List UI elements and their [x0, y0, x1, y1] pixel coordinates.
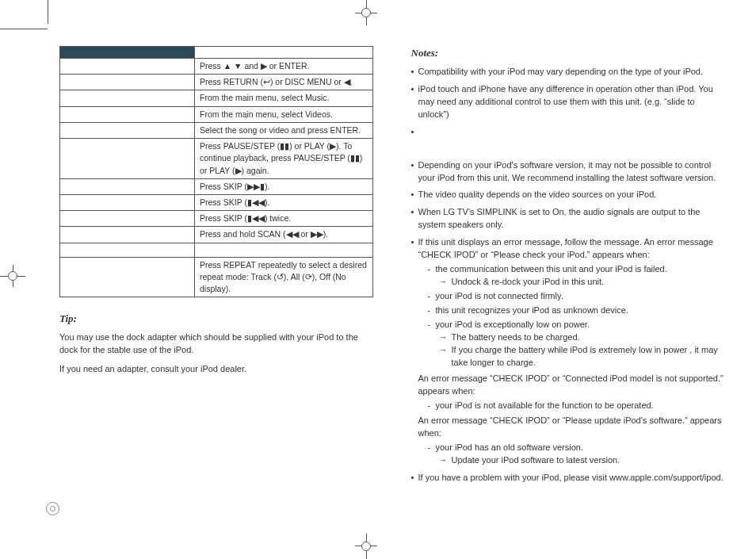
- table-row: Press and hold SCAN (◀◀ or ▶▶).: [60, 227, 373, 243]
- table-cell: Press SKIP (▮◀◀).: [195, 194, 373, 210]
- table-row: [60, 243, 373, 257]
- note-item: [411, 126, 725, 155]
- table-cell: Press PAUSE/STEP (▮▮) or PLAY (▶). To co…: [195, 139, 373, 179]
- table-row: Press SKIP (▮◀◀) twice.: [60, 211, 373, 227]
- note-item: The video quality depends on the video s…: [411, 189, 725, 201]
- table-row: Press SKIP (▮◀◀).: [60, 194, 373, 210]
- left-column: Press ▲ ▼ and ▶ or ENTER. Press RETURN (…: [59, 46, 373, 489]
- note-action: The battery needs to be charged.: [436, 331, 725, 344]
- operations-table: Press ▲ ▼ and ▶ or ENTER. Press RETURN (…: [59, 46, 373, 297]
- table-cell: Press SKIP (▶▶▮).: [195, 178, 373, 194]
- tip-paragraph: You may use the dock adapter which shoul…: [59, 331, 373, 357]
- table-row: Press PAUSE/STEP (▮▮) or PLAY (▶). To co…: [60, 139, 373, 179]
- note-text: An error message “CHECK IPOD” or “Please…: [418, 415, 725, 440]
- note-subitem: your iPod has an old software version. U…: [428, 442, 725, 467]
- table-cell: From the main menu, select Music.: [195, 90, 373, 106]
- notes-heading: Notes:: [411, 46, 725, 61]
- table-cell: Press ▲ ▼ and ▶ or ENTER.: [195, 59, 373, 75]
- table-cell: Press RETURN (↩) or DISC MENU or ◀.: [195, 75, 373, 90]
- table-cell: Press and hold SCAN (◀◀ or ▶▶).: [195, 227, 373, 243]
- note-item: Compatibility with your iPod may vary de…: [411, 66, 725, 78]
- table-row: Press SKIP (▶▶▮).: [60, 178, 373, 194]
- table-cell: Select the song or video and press ENTER…: [195, 122, 373, 138]
- table-cell: Press REPEAT repeatedly to select a desi…: [195, 257, 373, 297]
- tip-heading: Tip:: [59, 312, 373, 327]
- note-item: If this unit displays an error message, …: [411, 236, 725, 467]
- table-cell: From the main menu, select Videos.: [195, 106, 373, 122]
- note-item: If you have a problem with your iPod, pl…: [411, 472, 725, 484]
- note-action: Undock & re-dock your iPod in this unit.: [436, 276, 725, 289]
- table-row: Select the song or video and press ENTER…: [60, 122, 373, 138]
- note-subitem: this unit recognizes your iPod as unknow…: [428, 304, 725, 317]
- table-row: From the main menu, select Music.: [60, 90, 373, 106]
- table-row: Press ▲ ▼ and ▶ or ENTER.: [60, 59, 373, 75]
- tip-paragraph: If you need an adapter, consult your iPo…: [59, 363, 373, 376]
- note-item: When LG TV's SIMPLINK is set to On, the …: [411, 206, 725, 232]
- note-text: An error message “CHECK IPOD” or “Connec…: [418, 373, 725, 398]
- table-cell: [195, 243, 373, 257]
- note-action: Update your iPod software to latest vers…: [436, 454, 725, 467]
- notes-list: Compatibility with your iPod may vary de…: [411, 66, 725, 484]
- table-row: Press RETURN (↩) or DISC MENU or ◀.: [60, 75, 373, 90]
- note-subitem: your iPod is exceptionally low on power.…: [428, 319, 725, 369]
- note-item: iPod touch and iPhone have any differenc…: [411, 83, 725, 121]
- note-subitem: the communication between this unit and …: [428, 263, 725, 289]
- note-action: If you charge the battery while iPod is …: [436, 344, 725, 369]
- note-subitem: your iPod is not available for the funct…: [428, 400, 725, 412]
- manual-page: Press ▲ ▼ and ▶ or ENTER. Press RETURN (…: [0, 0, 756, 559]
- table-row: Press REPEAT repeatedly to select a desi…: [60, 257, 373, 297]
- table-row: From the main menu, select Videos.: [60, 106, 373, 122]
- right-column: Notes: Compatibility with your iPod may …: [411, 46, 725, 489]
- note-subitem: your iPod is not connected firmly.: [428, 290, 725, 303]
- note-item: Depending on your iPod's software versio…: [411, 159, 725, 185]
- note-text: If this unit displays an error message, …: [418, 237, 713, 259]
- table-cell: Press SKIP (▮◀◀) twice.: [195, 211, 373, 227]
